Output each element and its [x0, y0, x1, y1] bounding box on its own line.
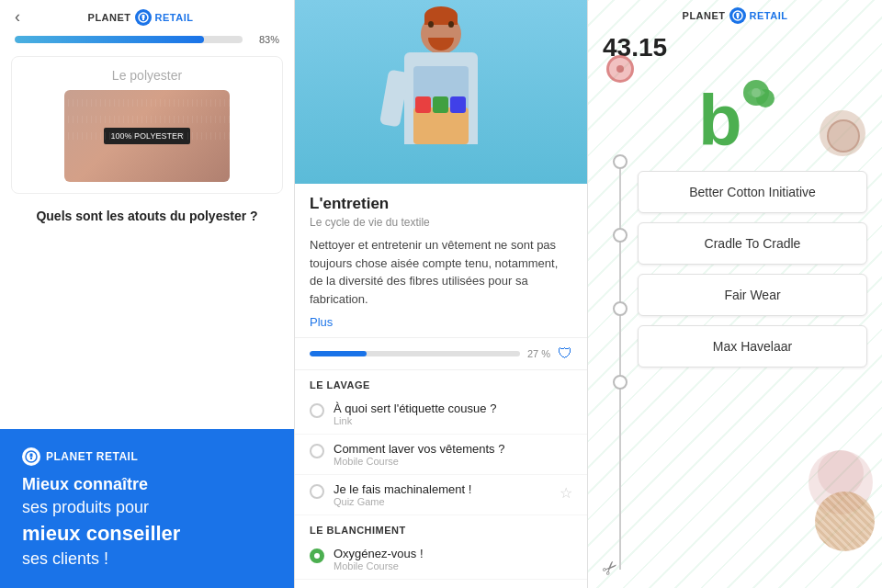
list-item-title-4: Oxygénez-vous !: [334, 547, 572, 560]
radio-3[interactable]: [310, 484, 324, 499]
radio-1[interactable]: [310, 403, 324, 418]
svg-rect-4: [30, 453, 33, 457]
panel-entretien: L'entretien Le cycle de vie du textile N…: [294, 0, 588, 588]
hero-image: [295, 0, 587, 184]
panel2-progress-bg: [310, 351, 520, 356]
list-item-type-4: Mobile Course: [334, 560, 572, 571]
timeline-dot-4: [613, 375, 628, 390]
brand-logo-1: PLANET RETAIL: [88, 9, 194, 26]
tagline4: ses clients !: [22, 549, 108, 570]
svg-rect-5: [30, 458, 32, 459]
back-arrow-icon[interactable]: ‹: [15, 7, 20, 27]
list-item-text-2: Comment laver vos vêtements ? Mobile Cou…: [334, 442, 572, 467]
tagline1: Mieux connaître: [22, 475, 148, 495]
list-item-text-1: À quoi sert l'étiquette cousue ? Link: [334, 401, 572, 426]
panel3-inner: PLANET RETAIL 43.15 b: [588, 0, 882, 588]
blue-brand-row: PLANET RETAIL: [22, 447, 138, 466]
list-item-title-3: Je le fais machinalement !: [334, 482, 550, 496]
polyester-card: Le polyester 100% POLYESTER: [11, 56, 283, 194]
list-item[interactable]: À quoi sert l'étiquette cousue ? Link: [295, 394, 587, 435]
panel2-progress-fill: [310, 351, 367, 356]
section-header-lavage: LE LAVAGE: [295, 370, 587, 394]
brand-planet-1: PLANET: [88, 12, 131, 23]
figure-beard: [428, 38, 454, 51]
button-deco: [606, 55, 634, 83]
cert-card-3[interactable]: Fair Wear: [638, 274, 867, 316]
figure-arm: [379, 70, 409, 128]
radio-2[interactable]: [310, 444, 324, 458]
brand-icon-3: [729, 7, 746, 24]
panel2-list: LE LAVAGE À quoi sert l'étiquette cousue…: [295, 370, 587, 588]
progress-bar-bg-1: [15, 36, 243, 43]
blue-brand-icon: [22, 447, 40, 466]
cert-card-1[interactable]: Better Cotton Initiative: [638, 171, 867, 213]
timeline-dot-1: [613, 154, 628, 169]
panel3-header: PLANET RETAIL: [588, 0, 882, 28]
panel2-progress-row: 27 % 🛡: [295, 338, 587, 370]
phone-header-1: ‹ PLANET RETAIL: [0, 0, 294, 30]
svg-text:b: b: [698, 80, 742, 159]
list-item[interactable]: Oxygénez-vous ! Mobile Course: [295, 539, 587, 580]
hero-figure: [377, 14, 505, 184]
list-item-type-3: Quiz Game: [334, 496, 550, 507]
progress-bar-fill-1: [15, 36, 204, 43]
figure-body: [404, 52, 478, 144]
list-item-text-4: Oxygénez-vous ! Mobile Course: [334, 547, 572, 571]
star-icon[interactable]: ☆: [560, 484, 572, 502]
progress-label-1: 83%: [250, 34, 279, 45]
svg-point-12: [752, 88, 761, 97]
section-header-blanchiment: LE BLANCHIMENT: [295, 515, 587, 539]
laundry-basket: [413, 107, 469, 144]
svg-rect-8: [737, 17, 739, 18]
svg-rect-2: [142, 18, 144, 20]
panel2-plus-button[interactable]: Plus: [310, 315, 333, 329]
question-text: Quels sont les atouts du polyester ?: [0, 201, 294, 231]
brand-planet-3: PLANET: [683, 10, 726, 21]
brand-retail-3: RETAIL: [750, 10, 788, 21]
panel2-title: L'entretien: [310, 195, 572, 213]
tagline3: mieux conseiller: [22, 522, 180, 546]
panel2-subtitle: Le cycle de vie du textile: [310, 216, 572, 229]
svg-rect-1: [141, 15, 144, 18]
fabric-image: 100% POLYESTER: [64, 90, 230, 182]
tagline2: ses produits pour: [22, 498, 149, 518]
panel-certifications: PLANET RETAIL 43.15 b: [588, 0, 882, 588]
panel-polyester: ‹ PLANET RETAIL 83% Le polyester: [0, 0, 294, 588]
brand-logo-3: PLANET RETAIL: [683, 7, 788, 24]
shield-icon: 🛡: [558, 345, 572, 362]
svg-rect-7: [736, 13, 739, 17]
list-item-title-1: À quoi sert l'étiquette cousue ?: [334, 401, 572, 415]
green-logo: b: [689, 72, 781, 164]
list-item-title-2: Comment laver vos vêtements ?: [334, 442, 572, 456]
brand-retail-1: RETAIL: [155, 12, 194, 23]
certifications-list: Better Cotton Initiative Cradle To Cradl…: [588, 171, 882, 368]
list-item[interactable]: Comment laver vos vêtements ? Mobile Cou…: [295, 435, 587, 475]
panel2-description: Nettoyer et entretenir un vêtement ne so…: [310, 236, 572, 308]
blue-bottom-section: PLANET RETAIL Mieux connaître ses produi…: [0, 429, 294, 588]
list-item-type-1: Link: [334, 415, 572, 426]
list-item[interactable]: Je le fais machinalement ! Quiz Game ☆: [295, 475, 587, 515]
brand-icon-1: [135, 9, 152, 26]
panel2-info: L'entretien Le cycle de vie du textile N…: [295, 184, 587, 338]
polyester-card-label: Le polyester: [112, 68, 182, 83]
list-item-text-3: Je le fais machinalement ! Quiz Game: [334, 482, 550, 507]
progress-container-1: 83%: [0, 30, 294, 49]
list-item-type-2: Mobile Course: [334, 456, 572, 467]
panel1-content: Le polyester 100% POLYESTER Quels sont l…: [0, 49, 294, 588]
cert-card-2[interactable]: Cradle To Cradle: [638, 222, 867, 265]
figure-head: [421, 14, 461, 54]
panel2-progress-label: 27 %: [527, 348, 550, 359]
blue-brand-name: PLANET RETAIL: [46, 450, 138, 463]
radio-4[interactable]: [310, 548, 324, 563]
cert-card-4[interactable]: Max Havelaar: [638, 325, 867, 368]
laundry-clothes: [415, 96, 466, 115]
score: 43.15: [588, 28, 882, 62]
